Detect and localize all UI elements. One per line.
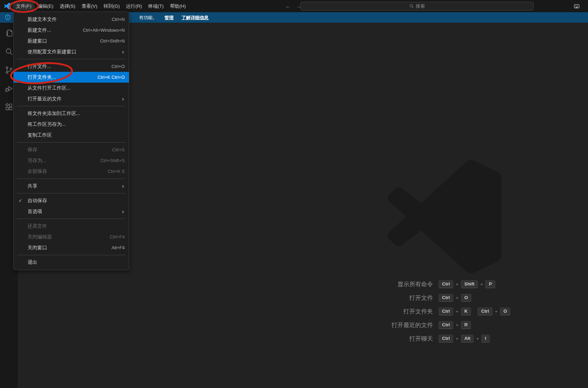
- watermark-shortcut-hints: 显示所有命令Ctrl+Shift+P打开文件Ctrl+O打开文件夹Ctrl+KC…: [355, 280, 564, 343]
- extensions-icon[interactable]: [4, 102, 14, 112]
- menu-item-label: 全部保存: [28, 168, 108, 175]
- menu-item-shortcut: Ctrl+Shift+S: [100, 158, 125, 163]
- checkmark-icon: ✓: [18, 198, 28, 203]
- search-icon: [409, 4, 414, 8]
- menu-item-shortcut: Ctrl+N: [112, 17, 125, 22]
- menu-item[interactable]: 新建窗口Ctrl+Shift+N: [14, 36, 129, 46]
- shortcut-hint-label: 打开文件夹: [355, 307, 433, 315]
- menu-item: 保存Ctrl+S: [14, 144, 129, 155]
- shortcut-hint-label: 打开文件: [355, 294, 433, 302]
- shortcut-hint-label: 打开聊天: [355, 335, 433, 343]
- menu-item[interactable]: 打开文件...Ctrl+O: [14, 61, 129, 72]
- menu-item[interactable]: 退出: [14, 257, 129, 268]
- menu-item-label: 新建窗口: [28, 38, 100, 44]
- menu-separator: [17, 255, 125, 255]
- menu-item[interactable]: 从文件打开工作区...: [14, 83, 129, 93]
- shortcut-hint-keys: Ctrl+Alt+I: [439, 335, 490, 343]
- menu-item-shortcut: Alt+F4: [111, 245, 125, 250]
- menu-item-label: 新建文本文件: [28, 16, 112, 23]
- chevron-right-icon: ›: [122, 49, 124, 55]
- chevron-right-icon: ›: [122, 96, 124, 102]
- search-icon[interactable]: [4, 47, 14, 56]
- menubar-item-help[interactable]: 帮助(H): [167, 1, 189, 11]
- menu-item-shortcut: Ctrl+Shift+N: [100, 38, 125, 44]
- menu-item-shortcut: Ctrl+O: [111, 64, 125, 69]
- menu-item[interactable]: 复制工作区: [14, 130, 129, 140]
- menu-item-label: 自动保存: [28, 198, 125, 204]
- menu-item-label: 使用配置文件新建窗口: [28, 49, 122, 55]
- command-center-search[interactable]: 搜索: [300, 2, 534, 10]
- search-placeholder: 搜索: [416, 3, 425, 9]
- menu-item: 全部保存Ctrl+K S: [14, 166, 129, 177]
- keycap: Ctrl: [439, 321, 453, 329]
- shortcut-hint-row: 显示所有命令Ctrl+Shift+P: [355, 280, 564, 289]
- menu-item-label: 共享: [28, 183, 122, 189]
- menu-separator: [17, 193, 125, 193]
- vscode-watermark-logo: [388, 160, 502, 274]
- menubar-item-goto[interactable]: 转到(G): [100, 1, 123, 11]
- menu-item[interactable]: 打开最近的文件›: [14, 93, 129, 104]
- menubar-item-view[interactable]: 查看(V): [78, 1, 100, 11]
- source-control-icon[interactable]: [4, 65, 14, 75]
- shortcut-hint-row: 打开聊天Ctrl+Alt+I: [355, 334, 564, 343]
- chevron-right-icon: ›: [122, 208, 124, 214]
- menu-item-label: 将工作区另存为...: [28, 121, 125, 128]
- menu-item-label: 将文件夹添加到工作区...: [28, 111, 125, 117]
- shortcut-hint-keys: Ctrl+R: [439, 321, 471, 329]
- menu-item[interactable]: 新建文件...Ctrl+Alt+Windows+N: [14, 25, 129, 36]
- keycap: P: [485, 280, 495, 288]
- shortcut-hint-keys: Ctrl+KCtrl+O: [439, 307, 510, 315]
- menu-item-label: 首选项: [28, 208, 122, 215]
- menu-separator: [17, 219, 125, 219]
- menu-item[interactable]: 使用配置文件新建窗口›: [14, 46, 129, 57]
- run-debug-icon[interactable]: [4, 84, 14, 93]
- menu-item-shortcut: Ctrl+K S: [108, 169, 125, 174]
- menu-item-shortcut: Ctrl+K Ctrl+O: [98, 75, 125, 80]
- menu-item[interactable]: 新建文本文件Ctrl+N: [14, 14, 129, 25]
- keycap: O: [500, 307, 510, 315]
- menu-item[interactable]: 共享›: [14, 181, 129, 191]
- menu-item-label: 打开文件夹...: [28, 74, 98, 81]
- plus-separator: +: [480, 282, 483, 287]
- menubar-item-file[interactable]: 文件(F): [13, 1, 34, 11]
- shield-icon: [5, 14, 11, 22]
- shortcut-hint-keys: Ctrl+Shift+P: [439, 280, 495, 288]
- plus-separator: +: [456, 322, 458, 328]
- nav-back-button[interactable]: ←: [285, 3, 291, 10]
- keycap: R: [461, 321, 471, 329]
- file-menu-dropdown: 新建文本文件Ctrl+N新建文件...Ctrl+Alt+Windows+N新建窗…: [13, 12, 129, 270]
- chevron-right-icon: ›: [122, 183, 124, 189]
- menu-item[interactable]: 将文件夹添加到工作区...: [14, 108, 129, 119]
- menu-item[interactable]: 打开文件夹...Ctrl+K Ctrl+O: [14, 72, 129, 83]
- copilot-icon[interactable]: [573, 2, 580, 11]
- menubar-item-selection[interactable]: 选择(S): [56, 1, 78, 11]
- shortcut-hint-row: 打开文件夹Ctrl+KCtrl+O: [355, 307, 564, 316]
- menu-item-label: 保存: [28, 147, 112, 153]
- menubar-item-run[interactable]: 运行(R): [123, 1, 145, 11]
- explorer-icon[interactable]: [4, 28, 14, 38]
- shortcut-hint-keys: Ctrl+O: [439, 294, 471, 302]
- menu-item[interactable]: 首选项›: [14, 206, 129, 217]
- menubar-item-terminal[interactable]: 终端(T): [145, 1, 167, 11]
- menu-item-label: 从文件打开工作区...: [28, 85, 125, 91]
- menu-item-label: 打开最近的文件: [28, 96, 122, 102]
- menu-item: 还原文件: [14, 221, 129, 231]
- menu-item-shortcut: Ctrl+F4: [110, 234, 125, 239]
- menu-item-label: 关闭窗口: [28, 245, 111, 251]
- menu-item[interactable]: ✓自动保存: [14, 195, 129, 206]
- menu-item[interactable]: 将工作区另存为...: [14, 119, 129, 130]
- shortcut-hint-row: 打开文件Ctrl+O: [355, 293, 564, 302]
- menubar-item-edit[interactable]: 编辑(E): [34, 1, 56, 11]
- banner-link-learn-more[interactable]: 了解详细信息: [181, 15, 209, 21]
- banner-link-manage[interactable]: 管理: [164, 15, 173, 21]
- menu-item-label: 打开文件...: [28, 63, 111, 70]
- title-bar: 文件(F)编辑(E)选择(S)查看(V)转到(G)运行(R)终端(T)帮助(H)…: [0, 0, 588, 12]
- menu-item-label: 复制工作区: [28, 132, 125, 138]
- menu-item[interactable]: 关闭窗口Alt+F4: [14, 242, 129, 253]
- keycap: K: [461, 307, 471, 315]
- plus-separator: +: [495, 309, 498, 314]
- menu-item-label: 新建文件...: [28, 27, 83, 33]
- keycap: O: [461, 294, 471, 302]
- shortcut-hint-label: 显示所有命令: [355, 280, 433, 288]
- menu-separator: [17, 178, 125, 179]
